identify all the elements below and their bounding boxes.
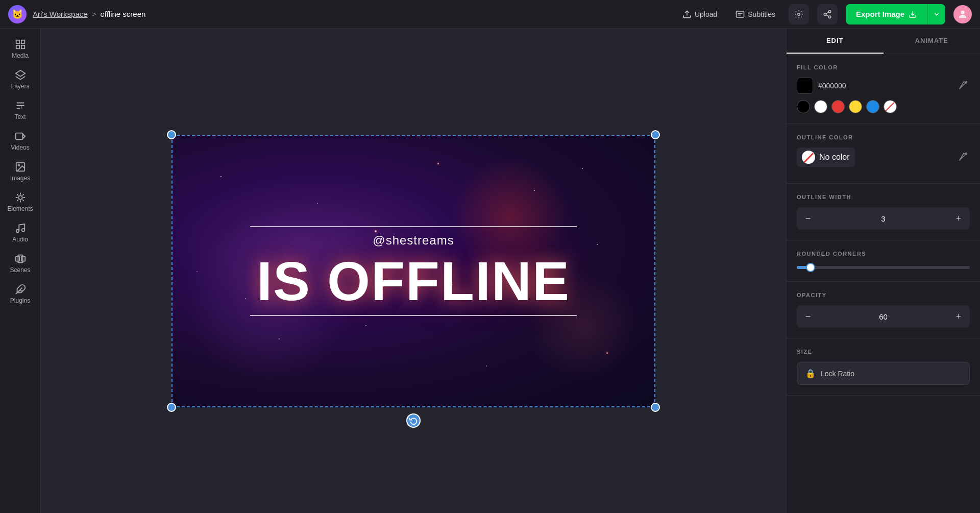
outline-width-control: − 3 + <box>797 207 970 230</box>
outline-width-decrease[interactable]: − <box>797 207 819 230</box>
main-text: IS OFFLINE <box>257 254 570 309</box>
fill-color-label: FILL COLOR <box>797 64 970 70</box>
sidebar-item-audio[interactable]: Audio <box>3 218 38 247</box>
handle-bottom-right[interactable] <box>651 403 660 412</box>
main-layout: Media Layers T Text Videos Images Elemen… <box>0 29 980 513</box>
rounded-corners-slider-container <box>797 264 970 271</box>
left-sidebar: Media Layers T Text Videos Images Elemen… <box>0 29 41 513</box>
swatch-blue[interactable] <box>866 100 879 113</box>
size-label: SIZE <box>797 349 970 355</box>
app-logo: 🐱 <box>8 5 27 23</box>
lock-icon: 🔒 <box>805 369 816 378</box>
outline-eyedropper-button[interactable] <box>957 150 970 165</box>
export-button[interactable]: Export Image <box>846 4 927 25</box>
workspace-link[interactable]: Ari's Workspace <box>33 10 88 18</box>
svg-point-23 <box>16 230 19 233</box>
avatar[interactable] <box>953 5 972 23</box>
outline-width-value: 3 <box>819 214 947 223</box>
fill-eyedropper-button[interactable] <box>957 79 970 93</box>
sidebar-layers-label: Layers <box>11 83 29 90</box>
fill-color-swatch[interactable] <box>797 78 813 94</box>
svg-rect-15 <box>21 45 24 48</box>
upload-button[interactable]: Upload <box>677 7 722 22</box>
opacity-decrease[interactable]: − <box>797 305 819 328</box>
svg-point-11 <box>961 10 964 14</box>
outline-color-label: OUTLINE COLOR <box>797 134 970 140</box>
sidebar-item-plugins[interactable]: Plugins <box>3 280 38 308</box>
svg-point-21 <box>18 164 19 166</box>
opacity-value: 60 <box>819 312 947 321</box>
sidebar-item-elements[interactable]: Elements <box>3 188 38 216</box>
swatch-white[interactable] <box>814 100 827 113</box>
export-label: Export Image <box>856 10 904 18</box>
sidebar-plugins-label: Plugins <box>10 297 30 304</box>
sidebar-videos-label: Videos <box>11 144 29 151</box>
opacity-increase[interactable]: + <box>947 305 970 328</box>
tab-animate[interactable]: ANIMATE <box>884 29 981 54</box>
canvas-content: @shestreams IS OFFLINE <box>173 136 654 406</box>
rounded-corners-section: ROUNDED CORNERS <box>787 240 980 282</box>
canvas-area[interactable]: @shestreams IS OFFLINE <box>41 29 786 513</box>
outline-color-swatch[interactable]: No color <box>797 148 855 167</box>
username-text: @shestreams <box>373 233 454 248</box>
sidebar-item-layers[interactable]: Layers <box>3 65 38 94</box>
sidebar-item-images[interactable]: Images <box>3 157 38 186</box>
svg-point-24 <box>21 229 24 232</box>
swatch-black[interactable] <box>797 100 810 113</box>
svg-rect-14 <box>16 45 19 48</box>
outline-width-label: OUTLINE WIDTH <box>797 194 970 200</box>
export-dropdown-button[interactable] <box>927 4 945 25</box>
svg-line-8 <box>826 15 828 16</box>
canvas-frame[interactable]: @shestreams IS OFFLINE <box>172 135 655 407</box>
swatch-yellow[interactable] <box>849 100 862 113</box>
rotate-handle[interactable] <box>406 413 421 428</box>
svg-point-22 <box>18 196 22 199</box>
rounded-corners-slider-track[interactable] <box>797 266 970 269</box>
settings-button[interactable] <box>789 4 809 25</box>
swatch-red[interactable] <box>831 100 845 113</box>
subtitles-button[interactable]: Subtitles <box>730 7 780 22</box>
size-section: SIZE 🔒 Lock Ratio <box>787 338 980 396</box>
sidebar-item-scenes[interactable]: Scenes <box>3 249 38 278</box>
rounded-corners-slider-thumb[interactable] <box>806 263 815 272</box>
svg-marker-16 <box>15 70 24 77</box>
topbar-actions: Upload Subtitles Export Image <box>677 4 972 25</box>
svg-rect-1 <box>737 11 744 17</box>
sidebar-item-videos[interactable]: Videos <box>3 127 38 155</box>
canvas-wrapper: @shestreams IS OFFLINE <box>172 135 655 407</box>
sidebar-item-media[interactable]: Media <box>3 35 38 63</box>
no-color-text: No color <box>819 153 850 162</box>
svg-point-5 <box>828 10 831 13</box>
handle-top-right[interactable] <box>651 130 660 139</box>
opacity-control: − 60 + <box>797 305 970 328</box>
handle-bottom-left[interactable] <box>167 403 176 412</box>
sidebar-audio-label: Audio <box>12 236 28 243</box>
svg-point-30 <box>966 81 967 83</box>
rounded-corners-label: ROUNDED CORNERS <box>797 251 970 257</box>
sidebar-text-label: Text <box>14 113 26 120</box>
outline-width-section: OUTLINE WIDTH − 3 + <box>787 184 980 240</box>
tab-edit[interactable]: EDIT <box>787 29 884 54</box>
fill-color-hex: #000000 <box>818 82 951 90</box>
handle-top-left[interactable] <box>167 130 176 139</box>
top-line <box>250 226 577 227</box>
svg-text:T: T <box>20 105 23 110</box>
svg-point-6 <box>824 13 826 15</box>
no-color-icon <box>802 151 815 164</box>
fill-color-section: FILL COLOR #000000 <box>787 54 980 124</box>
upload-label: Upload <box>695 10 717 18</box>
lock-ratio-button[interactable]: 🔒 Lock Ratio <box>797 362 970 385</box>
fill-color-swatches <box>797 100 970 113</box>
sidebar-scenes-label: Scenes <box>10 266 30 274</box>
sidebar-elements-label: Elements <box>7 205 33 212</box>
opacity-label: OPACITY <box>797 292 970 298</box>
svg-rect-18 <box>15 133 22 140</box>
outline-width-increase[interactable]: + <box>947 207 970 230</box>
export-group: Export Image <box>846 4 945 25</box>
svg-point-4 <box>798 13 800 15</box>
outline-color-row: No color <box>797 148 970 167</box>
share-button[interactable] <box>817 4 838 25</box>
sidebar-item-text[interactable]: T Text <box>3 96 38 125</box>
swatch-none[interactable] <box>884 100 897 113</box>
svg-rect-12 <box>16 40 19 43</box>
